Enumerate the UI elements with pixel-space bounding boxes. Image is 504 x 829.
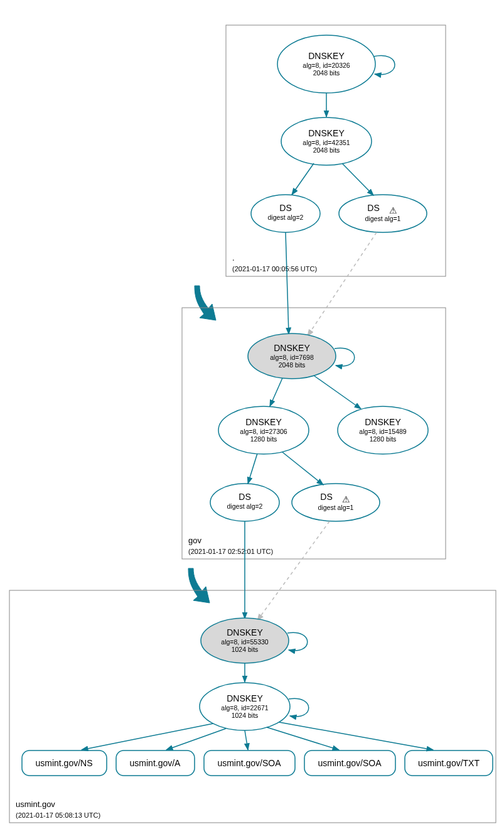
warning-icon: ⚠ [342, 494, 350, 504]
node-gov-ksk: DNSKEY alg=8, id=7698 2048 bits [248, 333, 336, 379]
svg-text:1024 bits: 1024 bits [232, 646, 259, 653]
svg-text:digest alg=2: digest alg=2 [227, 502, 263, 510]
edge-govzsk1-ds2 [248, 453, 257, 484]
svg-text:1024 bits: 1024 bits [232, 712, 259, 719]
self-loop-us-zsk [289, 698, 309, 717]
svg-text:DS: DS [320, 492, 332, 502]
zone-ts-gov: (2021-01-17 02:52:01 UTC) [188, 548, 273, 555]
edge-uszsk-txt [279, 722, 433, 750]
svg-text:usmint.gov/NS: usmint.gov/NS [35, 758, 92, 768]
record-soa2: usmint.gov/SOA [304, 750, 395, 776]
node-gov-ds1: DS ⚠ digest alg=1 [292, 484, 380, 521]
record-txt: usmint.gov/TXT [405, 750, 493, 776]
svg-text:alg=8, id=20326: alg=8, id=20326 [303, 62, 350, 69]
node-gov-ds2: DS digest alg=2 [210, 484, 279, 521]
svg-point-12 [339, 195, 427, 232]
svg-text:1280 bits: 1280 bits [250, 435, 277, 443]
edge-govds1-usksk [257, 521, 330, 620]
zone-name-gov: gov [188, 536, 201, 545]
edge-govzsk1-ds1 [282, 452, 323, 485]
svg-text:DNSKEY: DNSKEY [308, 51, 345, 61]
svg-text:1280 bits: 1280 bits [370, 435, 397, 443]
zone-ts-root: (2021-01-17 00:05:56 UTC) [232, 265, 317, 273]
svg-text:DNSKEY: DNSKEY [227, 627, 263, 637]
svg-text:digest alg=1: digest alg=1 [365, 215, 401, 222]
self-loop-gov-ksk [335, 348, 355, 366]
svg-point-30 [292, 484, 380, 521]
svg-text:DNSKEY: DNSKEY [245, 417, 282, 427]
svg-text:alg=8, id=27306: alg=8, id=27306 [240, 428, 287, 435]
self-loop-us-ksk [287, 632, 308, 651]
svg-text:alg=8, id=7698: alg=8, id=7698 [270, 354, 314, 361]
self-loop-root-ksk [373, 56, 395, 75]
edge-uszsk-ns [82, 723, 213, 750]
svg-text:DS: DS [239, 492, 250, 502]
zone-arrow-gov-usmint [188, 568, 210, 603]
svg-text:alg=8, id=22671: alg=8, id=22671 [221, 704, 268, 712]
node-gov-zsk1: DNSKEY alg=8, id=27306 1280 bits [218, 406, 309, 454]
svg-text:usmint.gov/SOA: usmint.gov/SOA [318, 758, 382, 768]
edge-uszsk-soa1 [245, 730, 248, 750]
record-a: usmint.gov/A [116, 750, 195, 776]
svg-text:usmint.gov/A: usmint.gov/A [130, 758, 181, 768]
svg-text:alg=8, id=15489: alg=8, id=15489 [359, 428, 406, 435]
svg-text:DS: DS [367, 203, 379, 213]
svg-text:usmint.gov/SOA: usmint.gov/SOA [217, 758, 281, 768]
edge-govksk-zsk2 [314, 376, 361, 409]
edge-ds2-govksk [286, 232, 289, 334]
dnssec-diagram: . (2021-01-17 00:05:56 UTC) DNSKEY alg=8… [0, 0, 504, 829]
svg-text:DNSKEY: DNSKEY [227, 693, 263, 703]
svg-text:2048 bits: 2048 bits [313, 69, 340, 77]
warning-icon: ⚠ [389, 205, 397, 215]
zone-name-usmint: usmint.gov [16, 799, 55, 809]
edge-rootzsk-ds1 [342, 163, 373, 195]
edge-rootzsk-ds2 [292, 163, 314, 195]
svg-text:DNSKEY: DNSKEY [365, 417, 401, 427]
edge-uszsk-a [166, 729, 226, 750]
record-ns: usmint.gov/NS [22, 750, 107, 776]
node-root-ds1: DS ⚠ digest alg=1 [339, 195, 427, 232]
svg-text:DNSKEY: DNSKEY [308, 128, 345, 138]
zone-ts-usmint: (2021-01-17 05:08:13 UTC) [16, 811, 100, 819]
edge-ds1-govksk [308, 232, 377, 336]
zone-name-root: . [232, 253, 235, 263]
svg-text:DNSKEY: DNSKEY [274, 343, 310, 353]
svg-text:digest alg=2: digest alg=2 [268, 214, 304, 221]
svg-text:usmint.gov/TXT: usmint.gov/TXT [418, 758, 480, 768]
node-root-zsk: DNSKEY alg=8, id=42351 2048 bits [281, 117, 372, 165]
svg-text:2048 bits: 2048 bits [313, 146, 340, 154]
svg-text:digest alg=1: digest alg=1 [318, 504, 354, 511]
node-root-ksk: DNSKEY alg=8, id=20326 2048 bits [277, 35, 375, 93]
node-us-ksk: DNSKEY alg=8, id=55330 1024 bits [201, 618, 289, 663]
node-gov-zsk2: DNSKEY alg=8, id=15489 1280 bits [338, 406, 428, 454]
node-root-ds2: DS digest alg=2 [251, 195, 320, 232]
svg-text:DS: DS [279, 203, 291, 213]
svg-text:alg=8, id=55330: alg=8, id=55330 [221, 638, 268, 646]
zone-arrow-root-gov [195, 286, 216, 320]
edge-govksk-zsk1 [270, 378, 282, 406]
record-soa1: usmint.gov/SOA [204, 750, 295, 776]
svg-text:alg=8, id=42351: alg=8, id=42351 [303, 139, 350, 146]
svg-text:2048 bits: 2048 bits [279, 361, 306, 369]
